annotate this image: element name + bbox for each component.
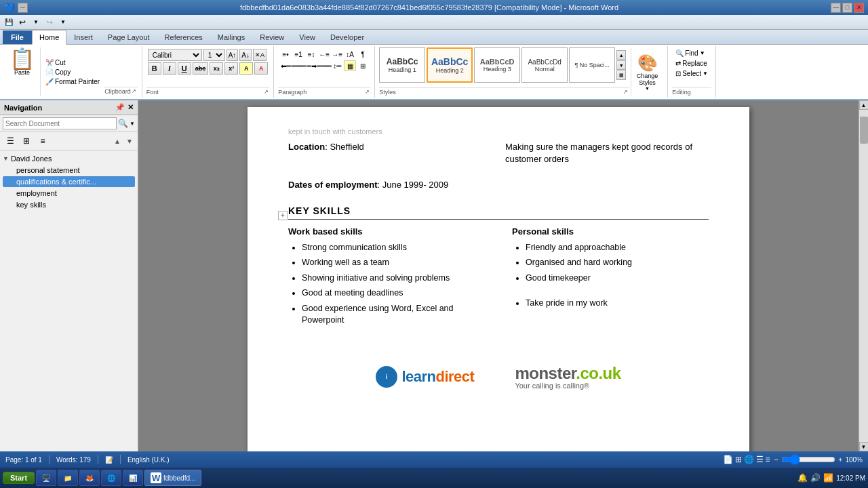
redo-button[interactable]: ↪ [43, 17, 56, 28]
clipboard-expand[interactable]: ↗ [131, 88, 138, 95]
clear-format-button[interactable]: ✕A [253, 49, 267, 61]
strikethrough-button[interactable]: abc [193, 62, 209, 75]
select-button[interactable]: ⊡ Select ▼ [673, 69, 710, 78]
paragraph-expand[interactable]: ↗ [363, 89, 370, 96]
bullets-button[interactable]: ≡• [279, 49, 292, 60]
nav-search-input[interactable] [3, 117, 117, 129]
nav-close-button[interactable]: ✕ [127, 103, 134, 112]
close-button[interactable]: ✕ [854, 3, 864, 13]
maximize-button[interactable]: □ [842, 3, 852, 13]
tab-home[interactable]: Home [32, 30, 66, 45]
spell-check[interactable]: 📝 [105, 456, 113, 464]
decrease-indent-button[interactable]: ←≡ [318, 49, 330, 60]
tab-references[interactable]: References [157, 30, 210, 44]
font-expand[interactable]: ↗ [262, 89, 269, 96]
show-formatting-button[interactable]: ¶ [357, 49, 369, 60]
system-menu[interactable]: ─ [18, 3, 28, 13]
numbering-button[interactable]: ≡1 [292, 49, 304, 60]
zoom-slider[interactable] [781, 456, 835, 463]
customize-qat[interactable]: ▼ [57, 17, 69, 28]
nav-up-button[interactable]: ▲ [112, 136, 123, 146]
style-heading2[interactable]: AaBbCc Heading 2 [427, 47, 473, 83]
taskbar-word[interactable]: W fdbbedfd... [144, 470, 201, 486]
format-painter-button[interactable]: 🖌️ Format Painter [43, 77, 102, 86]
document-scroll[interactable]: kept in touch with customers Location: S… [138, 100, 859, 451]
save-button[interactable]: 💾 [3, 17, 15, 28]
zoom-out-button[interactable]: − [774, 455, 778, 464]
tab-page-layout[interactable]: Page Layout [100, 30, 157, 44]
tab-mailings[interactable]: Mailings [210, 30, 252, 44]
underline-button[interactable]: U [178, 62, 191, 75]
font-color-button[interactable]: A [254, 62, 268, 75]
taskbar-ie[interactable]: 🌐 [101, 470, 121, 486]
bold-button[interactable]: B [148, 62, 161, 75]
increase-indent-button[interactable]: →≡ [331, 49, 343, 60]
sort-button[interactable]: ↕A [344, 49, 356, 60]
style-normal[interactable]: AaBbCcDd Normal [521, 47, 568, 83]
nav-down-button[interactable]: ▼ [124, 136, 135, 146]
nav-item-key-skills[interactable]: key skills [3, 199, 135, 210]
align-right-button[interactable]: ═➡ [305, 60, 317, 71]
multilevel-button[interactable]: ≡↕ [305, 49, 317, 60]
nav-view-pages[interactable]: ⊞ [19, 134, 34, 148]
highlight-button[interactable]: A [239, 62, 253, 75]
tab-developer[interactable]: Developer [323, 30, 372, 44]
view-print-button[interactable]: 📄 [723, 455, 733, 464]
superscript-button[interactable]: x² [224, 62, 238, 75]
scroll-up-button[interactable]: ▲ [859, 100, 869, 110]
minimize-button[interactable]: — [831, 3, 841, 13]
shading-button[interactable]: ▦ [344, 60, 356, 71]
language-status[interactable]: English (U.K.) [127, 456, 170, 464]
find-button[interactable]: 🔍 Find ▼ [673, 49, 710, 58]
tab-file[interactable]: File [3, 30, 32, 44]
border-button[interactable]: ⊞ [357, 60, 369, 71]
style-heading1[interactable]: AaBbCc Heading 1 [379, 47, 425, 83]
tab-insert[interactable]: Insert [66, 30, 100, 44]
cut-button[interactable]: ✂️ Cut [43, 58, 68, 67]
styles-more-button[interactable]: ▦ [616, 70, 626, 80]
styles-down-button[interactable]: ▼ [616, 60, 626, 70]
justify-button[interactable]: ═══ [318, 60, 330, 71]
view-outline-button[interactable]: ☰ [756, 455, 764, 464]
scroll-thumb[interactable] [860, 117, 868, 144]
nav-search-icon[interactable]: 🔍 [118, 119, 128, 128]
styles-up-button[interactable]: ▲ [616, 50, 626, 60]
decrease-font-button[interactable]: A↓ [239, 49, 252, 61]
tab-review[interactable]: Review [252, 30, 292, 44]
nav-item-personal-statement[interactable]: personal statement [3, 165, 135, 176]
font-size-select[interactable]: 15 [203, 49, 225, 61]
undo-button[interactable]: ↩ [16, 17, 28, 28]
view-draft-button[interactable]: ≡ [766, 455, 770, 464]
italic-button[interactable]: I [163, 62, 176, 75]
taskbar-icon-5[interactable]: 📊 [123, 470, 143, 486]
taskbar-icon-1[interactable]: 🖥️ [36, 470, 56, 486]
replace-button[interactable]: ⇄ Replace [673, 59, 710, 68]
tab-view[interactable]: View [292, 30, 323, 44]
add-section-button[interactable]: + [278, 211, 288, 220]
copy-button[interactable]: 📄 Copy [43, 68, 73, 77]
nav-view-headings[interactable]: ☰ [3, 134, 18, 148]
taskbar-firefox[interactable]: 🦊 [79, 470, 100, 486]
taskbar-icon-2[interactable]: 📁 [58, 470, 78, 486]
style-nospace[interactable]: ¶ No Spaci... [569, 47, 615, 83]
styles-expand[interactable]: ↗ [623, 89, 629, 96]
view-fullscreen-button[interactable]: ⊞ [735, 455, 742, 464]
scroll-track[interactable] [859, 110, 869, 442]
align-left-button[interactable]: ⬅═ [279, 60, 292, 71]
change-styles-button[interactable]: 🎨 Change Styles ▼ [631, 47, 663, 96]
increase-font-button[interactable]: A↑ [226, 49, 239, 61]
nav-search-dropdown[interactable]: ▼ [130, 121, 135, 127]
zoom-in-button[interactable]: + [838, 455, 842, 464]
scroll-down-button[interactable]: ▼ [859, 442, 869, 451]
nav-item-qualifications[interactable]: qualifications & certific... [3, 176, 135, 187]
undo-dropdown[interactable]: ▼ [30, 17, 42, 28]
start-button[interactable]: Start [3, 472, 35, 484]
line-spacing-button[interactable]: ↕═ [331, 60, 343, 71]
nav-pin-button[interactable]: 📌 [115, 103, 125, 112]
nav-tree-root[interactable]: ▼ David Jones [3, 153, 135, 164]
view-web-button[interactable]: 🌐 [744, 455, 754, 464]
subscript-button[interactable]: x₂ [210, 62, 223, 75]
nav-view-results[interactable]: ≡ [35, 134, 50, 148]
align-center-button[interactable]: ═══ [292, 60, 304, 71]
paste-button[interactable]: 📋 Paste [4, 47, 41, 96]
